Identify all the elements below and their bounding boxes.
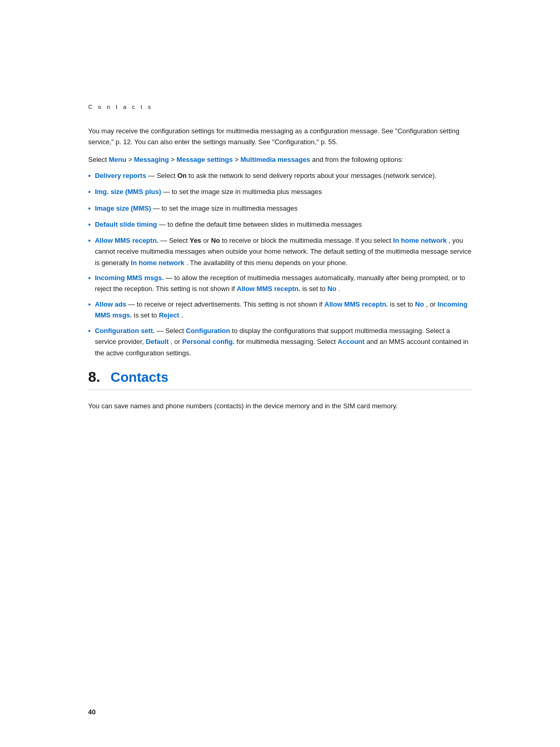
bullet-rest: to receive or block the multimedia messa… <box>222 237 393 244</box>
bullet-label: Incoming MMS msgs. <box>95 274 164 282</box>
bullet-yes: Yes <box>190 237 201 244</box>
bullet-label: Allow MMS receptn. <box>95 237 159 244</box>
bullet-content: Default slide timing — to define the def… <box>95 219 472 230</box>
page: C o n t a c t s You may receive the conf… <box>0 0 560 747</box>
list-item: Img. size (MMS plus) — to set the image … <box>88 186 472 198</box>
bullet-label: Img. size (MMS plus) <box>95 188 161 196</box>
list-item: Allow MMS receptn. — Select Yes or No to… <box>88 235 472 268</box>
bullet-label: Image size (MMS) <box>95 204 151 212</box>
bullet-content: Allow MMS receptn. — Select Yes or No to… <box>95 235 472 268</box>
list-item: Default slide timing — to define the def… <box>88 219 472 231</box>
bullet-rest5: . <box>181 311 183 319</box>
bullet-sep: — to define the default time between sli… <box>159 220 362 228</box>
bullet-inline4: Reject <box>159 311 179 319</box>
bullet-content: Allow ads — to receive or reject adverti… <box>95 299 472 321</box>
bullet-inline1: In home network <box>393 237 446 244</box>
section-title: Contacts <box>110 369 168 385</box>
bullet-content: Configuration sett. — Select Configurati… <box>95 325 472 358</box>
bullet-rest2: is set to <box>302 285 327 293</box>
bullet-rest4: is set to <box>134 311 159 319</box>
bullet-sep: — Select <box>157 327 186 335</box>
bullet-sep: — to receive or reject advertisements. T… <box>128 300 324 308</box>
bullet-inline2: No <box>415 300 424 308</box>
section-divider <box>88 390 472 390</box>
bullet-rest2: , or <box>171 338 182 345</box>
messaging-label: Messaging <box>134 156 169 163</box>
select-line: Select Menu > Messaging > Message settin… <box>88 154 472 165</box>
bullet-value: On <box>177 172 187 179</box>
section-intro: You can save names and phone numbers (co… <box>88 400 472 411</box>
bullet-no: No <box>211 237 220 244</box>
bullet-sep: — Select <box>148 172 177 179</box>
bullet-inline1: Allow MMS receptn. <box>237 285 301 293</box>
bullet-label: Delivery reports <box>95 172 146 179</box>
list-item: Allow ads — to receive or reject adverti… <box>88 299 472 321</box>
sep2: > <box>169 156 177 163</box>
bullet-rest3: . The availability of this menu depends … <box>186 259 347 267</box>
sep1: > <box>127 156 134 163</box>
bullet-label: Allow ads <box>95 300 127 308</box>
list-item: Image size (MMS) — to set the image size… <box>88 203 472 215</box>
bullet-inline2: No <box>327 285 336 293</box>
bullet-label: Default slide timing <box>95 220 157 228</box>
section-number: 8. <box>88 369 100 385</box>
multimedia-label: Multimedia messages <box>241 156 310 163</box>
page-number: 40 <box>88 708 95 716</box>
chapter-header: C o n t a c t s <box>88 104 472 110</box>
intro-para1: You may receive the configuration settin… <box>88 126 472 148</box>
message-settings-label: Message settings <box>177 156 233 163</box>
bullet-list: Delivery reports — Select On to ask the … <box>88 170 472 358</box>
menu-label: Menu <box>109 156 127 163</box>
bullet-sep: — to set the image size in multimedia pl… <box>163 188 321 196</box>
bullet-rest3: , or <box>426 300 437 308</box>
sep3: > <box>233 156 241 163</box>
bullet-rest3: for multimedia messaging. Select <box>236 338 338 345</box>
bullet-sep: — to set the image size in multimedia me… <box>153 204 298 212</box>
bullet-content: Delivery reports — Select On to ask the … <box>95 170 472 181</box>
select-suffix: and from the following options: <box>310 156 403 163</box>
bullet-sep: — Select <box>160 237 189 244</box>
list-item: Incoming MMS msgs. — to allow the recept… <box>88 272 472 295</box>
bullet-inline1: Allow MMS receptn. <box>325 300 388 308</box>
bullet-inline4: Account <box>338 338 365 345</box>
bullet-rest3: . <box>338 285 340 293</box>
bullet-content: Image size (MMS) — to set the image size… <box>95 203 472 214</box>
bullet-content: Img. size (MMS plus) — to set the image … <box>95 186 472 197</box>
bullet-inline3: Personal config. <box>182 338 234 345</box>
section-heading: 8. Contacts <box>88 369 472 385</box>
bullet-rest: to ask the network to send delivery repo… <box>189 172 437 179</box>
list-item: Delivery reports — Select On to ask the … <box>88 170 472 182</box>
bullet-rest2: is set to <box>390 300 415 308</box>
bullet-label: Configuration sett. <box>95 327 155 335</box>
bullet-inline2: In home network <box>131 259 184 267</box>
bullet-inline1: Configuration <box>186 327 230 335</box>
bullet-content: Incoming MMS msgs. — to allow the recept… <box>95 272 472 295</box>
bullet-or: or <box>203 237 211 244</box>
list-item: Configuration sett. — Select Configurati… <box>88 325 472 358</box>
bullet-inline2: Default <box>146 338 169 345</box>
